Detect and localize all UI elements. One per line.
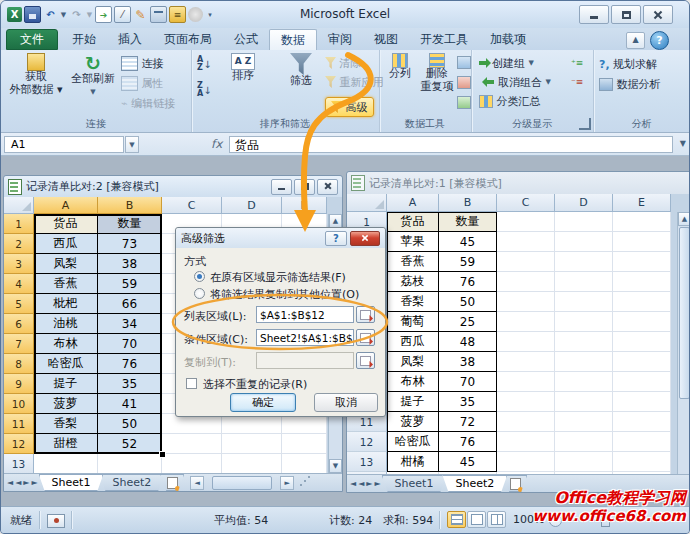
cell[interactable]: 香蕉 <box>387 252 439 272</box>
filter-button[interactable]: 筛选 <box>281 53 321 88</box>
clear-filter-button[interactable]: 清除 <box>325 55 362 71</box>
cell[interactable]: 35 <box>439 392 497 412</box>
left_window-sheet-tab[interactable]: Sheet2 <box>99 474 164 491</box>
formula-bar-expand-icon[interactable]: ▼ <box>680 139 686 148</box>
cell[interactable]: 38 <box>439 352 497 372</box>
dialog-title-bar[interactable]: 高级筛选 ? <box>176 228 385 248</box>
cell[interactable]: 数量 <box>98 214 162 234</box>
cell[interactable]: 25 <box>439 312 497 332</box>
hide-detail-icon[interactable]: ⁻≡ <box>571 74 583 90</box>
properties-button[interactable]: 属性 <box>121 75 164 91</box>
cell[interactable] <box>613 292 671 312</box>
cell[interactable] <box>555 432 613 452</box>
cell[interactable] <box>497 272 555 292</box>
cell[interactable] <box>613 452 671 472</box>
name-box[interactable]: A1 <box>4 136 124 153</box>
cell[interactable]: 香梨 <box>387 292 439 312</box>
hscroll-left-icon[interactable]: ◄ <box>190 476 204 490</box>
cell[interactable]: 油桃 <box>34 314 98 334</box>
right_window-select-all-corner[interactable] <box>347 194 387 212</box>
cell[interactable] <box>613 372 671 392</box>
resize-grip[interactable] <box>298 474 310 488</box>
left-window-minimize-button[interactable] <box>271 179 292 195</box>
cell[interactable]: 枇杷 <box>34 294 98 314</box>
fill-handle[interactable] <box>159 451 166 458</box>
cell[interactable]: 66 <box>98 294 162 314</box>
cell[interactable]: 59 <box>98 274 162 294</box>
cell[interactable] <box>497 352 555 372</box>
cell[interactable]: 70 <box>439 372 497 392</box>
cell[interactable]: 菠萝 <box>34 394 98 414</box>
cell[interactable] <box>613 352 671 372</box>
cell[interactable] <box>497 252 555 272</box>
tab-2[interactable]: 页面布局 <box>153 29 223 50</box>
outline-dialog-launcher-icon[interactable] <box>579 118 591 130</box>
data-validation-icon[interactable] <box>457 54 471 70</box>
cell[interactable]: 38 <box>98 254 162 274</box>
left_window-row-header[interactable]: 8 <box>4 354 34 374</box>
cell[interactable]: 45 <box>439 452 497 472</box>
tab-file[interactable]: 文件 <box>6 29 58 50</box>
help-icon[interactable]: ? <box>650 31 669 50</box>
cell[interactable] <box>613 212 671 232</box>
cell[interactable]: 葡萄 <box>387 312 439 332</box>
filter-in-place-radio[interactable] <box>194 271 205 282</box>
zoom-slider-thumb[interactable] <box>601 514 610 527</box>
cell[interactable]: 哈密瓜 <box>34 354 98 374</box>
solver-button[interactable]: ?, 规划求解 <box>599 56 657 72</box>
formula-input[interactable]: 货品 <box>229 136 673 153</box>
cell[interactable] <box>497 232 555 252</box>
cell[interactable] <box>613 412 671 432</box>
right_window-column-header[interactable]: E <box>613 194 671 212</box>
cell[interactable] <box>497 412 555 432</box>
left_window-sheet-tab[interactable]: Sheet1 <box>39 474 104 491</box>
right_window-column-header[interactable]: A <box>387 194 439 212</box>
left_window-row-header[interactable]: 9 <box>4 374 34 394</box>
right_window-column-header[interactable]: C <box>497 194 555 212</box>
cell[interactable] <box>282 434 327 454</box>
normal-view-icon[interactable] <box>447 511 466 528</box>
unique-records-label[interactable]: 选择不重复的记录(R) <box>203 377 307 392</box>
cell[interactable] <box>162 414 222 434</box>
left-window-restore-button[interactable] <box>294 179 315 195</box>
filter-in-place-label[interactable]: 在原有区域显示筛选结果(F) <box>210 270 346 285</box>
refresh-all-button[interactable]: ↻ 全部刷新 ▼ <box>69 53 117 98</box>
right-vertical-scrollbar[interactable]: ▲ <box>677 212 690 474</box>
cell[interactable]: 货品 <box>34 214 98 234</box>
tab-4[interactable]: 数据 <box>269 29 317 51</box>
copy-to-location-label[interactable]: 将筛选结果复制到其他位置(O) <box>210 287 359 302</box>
cell[interactable]: 76 <box>439 432 497 452</box>
cell[interactable] <box>34 454 98 474</box>
cell[interactable]: 50 <box>98 414 162 434</box>
what-if-analysis-icon[interactable] <box>457 94 471 110</box>
left_window-row-header[interactable]: 11 <box>4 414 34 434</box>
cell[interactable] <box>282 454 327 474</box>
cell[interactable] <box>613 252 671 272</box>
left-horizontal-scrollbar[interactable]: ◄ ► <box>190 474 294 491</box>
cell[interactable] <box>555 272 613 292</box>
ungroup-button[interactable]: 取消组合 ▼ <box>479 74 551 90</box>
cell[interactable] <box>555 332 613 352</box>
show-detail-icon[interactable]: ⁺≡ <box>571 55 583 71</box>
hscroll-thumb[interactable] <box>212 476 272 490</box>
page-layout-view-icon[interactable] <box>467 511 486 528</box>
cell[interactable] <box>162 454 222 474</box>
left-window-close-button[interactable] <box>317 179 338 195</box>
cell[interactable] <box>497 372 555 392</box>
left_window-row-header[interactable]: 12 <box>4 434 34 454</box>
hscroll-right-icon[interactable]: ► <box>280 476 294 490</box>
minimize-button[interactable] <box>579 5 609 24</box>
list-range-input[interactable]: $A$1:$B$12 <box>256 306 354 323</box>
tab-3[interactable]: 公式 <box>223 29 269 50</box>
tab-8[interactable]: 加载项 <box>479 29 537 50</box>
cell[interactable]: 香蕉 <box>34 274 98 294</box>
left_window-row-header[interactable]: 4 <box>4 274 34 294</box>
right-window-title-bar[interactable]: 记录清单比对:1 [兼容模式] <box>347 172 690 194</box>
cell[interactable]: 凤梨 <box>387 352 439 372</box>
group-button[interactable]: 创建组 ▼ <box>479 55 534 71</box>
right_window-row-header[interactable]: 12 <box>347 432 387 452</box>
cancel-button[interactable]: 取消 <box>314 393 378 412</box>
cell[interactable] <box>555 352 613 372</box>
cell[interactable]: 提子 <box>387 392 439 412</box>
scroll-up-icon[interactable]: ▲ <box>329 214 342 228</box>
